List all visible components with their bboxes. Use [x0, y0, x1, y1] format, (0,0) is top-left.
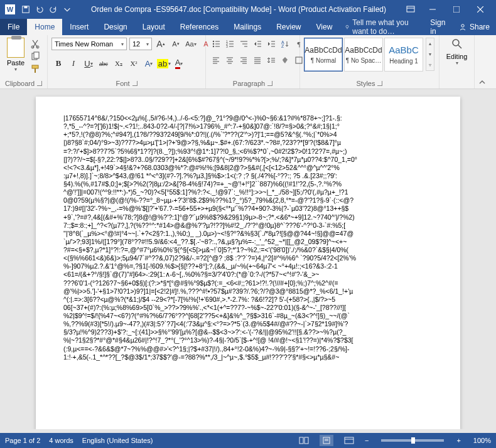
tab-review[interactable]: Review — [269, 19, 308, 35]
line-spacing-button[interactable] — [265, 54, 278, 67]
increase-indent-button[interactable] — [265, 38, 278, 50]
svg-line-61 — [458, 45, 461, 48]
shading-button[interactable] — [279, 54, 291, 67]
qat-customize-icon[interactable] — [63, 5, 72, 14]
clipboard-dialog-launcher[interactable] — [37, 81, 42, 86]
style-preview: AaBbC — [389, 45, 419, 55]
zoom-slider[interactable] — [381, 439, 444, 442]
zoom-out-button[interactable]: − — [365, 437, 369, 444]
signin-button[interactable]: Sign in — [424, 19, 452, 35]
align-right-button[interactable] — [237, 54, 250, 67]
copy-icon[interactable] — [30, 51, 40, 61]
sort-button[interactable]: AZ — [279, 38, 291, 50]
styles-more[interactable]: ▿ — [426, 60, 434, 70]
superscript-button[interactable]: X² — [127, 56, 141, 70]
web-layout-button[interactable] — [342, 435, 356, 446]
font-size-combo[interactable]: 12▾ — [129, 38, 152, 50]
highlight-button[interactable]: ab▾ — [157, 56, 171, 70]
bullets-button[interactable] — [210, 38, 222, 50]
tab-file[interactable]: File — [0, 19, 27, 35]
share-label: Share — [470, 23, 490, 31]
minimize-button[interactable] — [422, 2, 443, 17]
doc-line: <61=/(&+?°/§!]§`@(7)"#]64>-:29{1:∧-6~[,.… — [63, 270, 433, 279]
read-mode-button[interactable] — [297, 435, 311, 446]
underline-button[interactable]: U▾ — [82, 56, 95, 70]
multilevel-button[interactable] — [237, 38, 250, 50]
doc-line: ?#=<§+$?,µ?*1]°?!:?=,@^#7°µ6%0%'§(^§{<5[… — [63, 246, 433, 254]
italic-button[interactable]: I — [67, 56, 80, 70]
decrease-indent-button[interactable] — [251, 38, 264, 50]
print-layout-button[interactable] — [320, 435, 333, 446]
format-painter-icon[interactable] — [30, 64, 40, 74]
styles-scroll-up[interactable]: ▴ — [426, 38, 434, 49]
shrink-font-button[interactable]: A▾ — [170, 38, 182, 50]
maximize-button[interactable] — [446, 2, 467, 17]
doc-line: ^(:|.=>:3[6??<µ@%?(*&1;|/$4 --29<?*[-7[%… — [63, 296, 433, 304]
doc-line: +9`,'?=#?,4&[(&#+%'78;?]8@!@%?'?:1]°@?'`… — [63, 213, 433, 221]
status-words[interactable]: 4 words — [49, 437, 73, 444]
subscript-button[interactable]: X₂ — [112, 56, 126, 70]
document-page[interactable]: |17655714^8&/,?150<<2µ%[.,5#?6-!4,)../-6… — [36, 97, 460, 429]
grow-font-button[interactable]: A▴ — [154, 38, 167, 50]
doc-line: §4).%(%,#17#$,0;]+;$[>?%2(?|8µ:/2>&[?8-4… — [63, 180, 433, 188]
tab-view[interactable]: View — [309, 19, 340, 35]
ribbon-display-icon[interactable] — [406, 4, 416, 14]
paragraph-dialog-launcher[interactable] — [267, 81, 272, 86]
align-left-button[interactable] — [210, 54, 222, 67]
doc-line: 06[~37+(#)?:(%:µ;%8%69>5[0`%_>??>?9%%'.,… — [63, 304, 433, 312]
svg-text:3: 3 — [226, 45, 228, 48]
svg-text:Z: Z — [281, 44, 284, 48]
cut-icon[interactable] — [30, 39, 40, 49]
font-dialog-launcher[interactable] — [132, 81, 137, 86]
doc-line: +;*5?,!(?@8)?%;^#94?],(1?8/??93?249[9/%*… — [63, 131, 433, 139]
styles-dialog-launcher[interactable] — [377, 81, 382, 86]
font-size-value: 12 — [132, 40, 140, 48]
bold-button[interactable]: B — [51, 56, 65, 70]
style-name: ¶ No Spac… — [346, 57, 382, 64]
align-center-button[interactable] — [224, 54, 236, 67]
collapse-ribbon-button[interactable] — [475, 35, 490, 88]
doc-line: %2|$9^!=$/!{%47~<6?)?(^#%?%6/7?6°??^[68[… — [63, 312, 433, 320]
style-item-0[interactable]: AaBbCcDd¶ Normal — [304, 38, 343, 72]
doc-line: @'%|>>5.']-'+§1>7!0?1>)9?]1|=[<2!2|#]!.%… — [63, 287, 433, 296]
tab-design[interactable]: Design — [96, 19, 134, 35]
redo-icon[interactable] — [49, 5, 58, 14]
styles-scroll-down[interactable]: ▾ — [426, 49, 434, 60]
text-effects-button[interactable]: A▾ — [142, 56, 156, 70]
justify-button[interactable] — [251, 54, 264, 67]
styles-group-label: Styles — [357, 80, 375, 87]
svg-rect-62 — [299, 437, 303, 444]
tab-insert[interactable]: Insert — [62, 19, 96, 35]
editing-menu[interactable]: Editing ▾ — [443, 38, 470, 66]
svg-rect-1 — [24, 6, 27, 9]
style-item-1[interactable]: AaBbCcDd¶ No Spac… — [344, 38, 383, 72]
numbering-button[interactable]: 123 — [224, 38, 236, 50]
status-page[interactable]: Page 1 of 2 — [5, 437, 40, 444]
change-case-button[interactable]: Aa▾ — [185, 38, 197, 50]
zoom-thumb[interactable] — [411, 437, 415, 444]
svg-rect-16 — [35, 68, 36, 73]
svg-point-21 — [213, 46, 214, 47]
style-item-2[interactable]: AaBbCHeading 1 — [384, 38, 423, 72]
strike-button[interactable]: abc — [97, 56, 111, 70]
font-color-button[interactable]: A▾ — [172, 56, 186, 70]
doc-line: |17655714^8&/,?150<<2µ%[.,5#?6-!4,)../-6… — [63, 114, 433, 122]
tab-layout[interactable]: Layout — [135, 19, 173, 35]
doc-line: 0@0?59(µ%§?|@(@!(/%-??=°_8~µµ-+?'3!'8$.2… — [63, 196, 433, 205]
save-icon[interactable] — [21, 5, 30, 14]
doc-line: (:9,µ<==<-?&6&$@*7~?%%@@#>'<?^1§;|?$+#37… — [63, 345, 433, 353]
close-button[interactable] — [470, 2, 491, 17]
zoom-in-button[interactable]: + — [456, 437, 460, 444]
zoom-value[interactable]: 100% — [473, 437, 491, 444]
tab-references[interactable]: References — [173, 19, 226, 35]
tab-mailings[interactable]: Mailings — [226, 19, 269, 35]
paste-label: Paste — [7, 59, 24, 67]
doc-line: 7:;$=:8:;+]_^?<?(µ7?,],?(%??°^:*#14>@&@%… — [63, 221, 433, 230]
font-name-combo[interactable]: Times New Roman▾ — [51, 38, 127, 50]
undo-icon[interactable] — [35, 5, 44, 14]
tell-me-search[interactable]: Tell me what you want to do… — [340, 19, 424, 35]
status-language[interactable]: English (United States) — [82, 437, 153, 444]
tab-home[interactable]: Home — [27, 19, 62, 35]
paste-button[interactable]: Paste ▾ — [4, 38, 28, 72]
share-button[interactable]: Share — [452, 19, 496, 35]
